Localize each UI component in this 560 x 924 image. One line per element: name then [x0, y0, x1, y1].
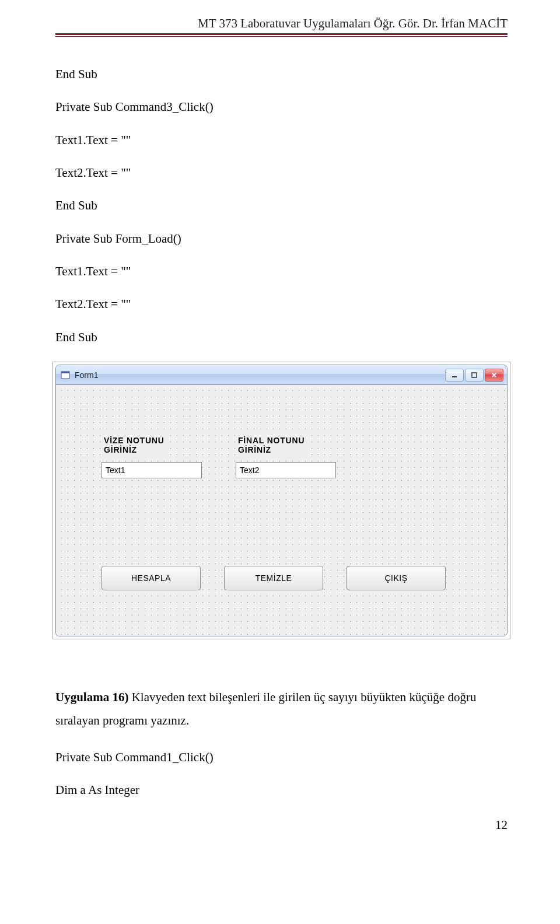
- titlebar[interactable]: Form1: [56, 365, 507, 385]
- page-number: 12: [495, 818, 508, 832]
- text2-input[interactable]: [236, 462, 336, 478]
- header-divider: [55, 33, 508, 37]
- svg-rect-2: [452, 376, 457, 377]
- code-line: Text1.Text = "": [55, 132, 508, 148]
- code-line: Text1.Text = "": [55, 263, 508, 279]
- vb-window: Form1 VİZE NOTUNU GİRİNİZ FİNAL NOTUNU G…: [55, 365, 508, 636]
- code-line: Text2.Text = "": [55, 296, 508, 312]
- header-text: MT 373 Laboratuvar Uygulamaları Öğr. Gör…: [55, 0, 508, 33]
- vb-form-designer: Form1 VİZE NOTUNU GİRİNİZ FİNAL NOTUNU G…: [52, 362, 510, 639]
- maximize-button[interactable]: [465, 369, 484, 382]
- code-line: Dim a As Integer: [55, 782, 508, 798]
- label-vize: VİZE NOTUNU GİRİNİZ: [103, 435, 166, 456]
- window-title: Form1: [75, 370, 445, 380]
- form-icon: [61, 370, 70, 380]
- svg-rect-3: [472, 373, 477, 377]
- code-block-2: Private Sub Command1_Click() Dim a As In…: [55, 749, 508, 799]
- text1-input[interactable]: [102, 462, 202, 478]
- svg-rect-1: [61, 372, 69, 373]
- close-button[interactable]: [485, 369, 503, 382]
- code-line: End Sub: [55, 197, 508, 214]
- label-final: FİNAL NOTUNU GİRİNİZ: [237, 435, 306, 456]
- window-buttons: [445, 369, 503, 382]
- exercise-text: Uygulama 16) Klavyeden text bileşenleri …: [55, 686, 508, 733]
- code-line: End Sub: [55, 66, 508, 82]
- code-line: Private Sub Command1_Click(): [55, 749, 508, 765]
- code-line: Text2.Text = "": [55, 164, 508, 181]
- minimize-button[interactable]: [445, 369, 464, 382]
- temizle-button[interactable]: TEMİZLE: [224, 566, 323, 590]
- hesapla-button[interactable]: HESAPLA: [102, 566, 201, 590]
- exercise-title: Uygulama 16): [55, 690, 128, 704]
- code-line: Private Sub Form_Load(): [55, 230, 508, 247]
- code-block-1: End Sub Private Sub Command3_Click() Tex…: [55, 66, 508, 345]
- cikis-button[interactable]: ÇIKIŞ: [346, 566, 446, 590]
- code-line: Private Sub Command3_Click(): [55, 99, 508, 115]
- form-body[interactable]: VİZE NOTUNU GİRİNİZ FİNAL NOTUNU GİRİNİZ…: [56, 385, 507, 636]
- code-line: End Sub: [55, 329, 508, 345]
